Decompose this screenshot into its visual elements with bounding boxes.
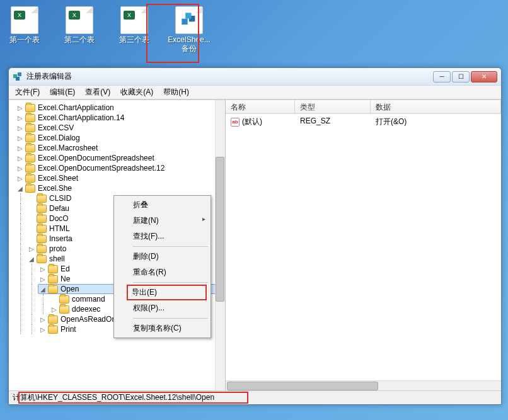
node-label: CLSID [49, 194, 71, 203]
tree-node[interactable]: ▷Excel.CSV [15, 123, 225, 133]
minimize-button[interactable]: ─ [433, 71, 451, 82]
expand-icon[interactable]: ▷ [16, 135, 24, 142]
menu-item-find[interactable]: 查找(F)... [115, 229, 209, 244]
registry-editor-window: 注册表编辑器 ─ ☐ ✕ 文件(F) 编辑(E) 查看(V) 收藏夹(A) 帮助… [8, 67, 502, 405]
menu-help[interactable]: 帮助(H) [159, 86, 193, 99]
expand-icon[interactable]: ▷ [16, 115, 24, 122]
expand-icon[interactable]: ▷ [39, 326, 47, 333]
folder-icon [25, 114, 35, 122]
menu-item-delete[interactable]: 删除(D) [115, 249, 209, 264]
node-label: HTML [49, 224, 70, 233]
desktop-icon-xls-1[interactable]: X 第一个表 [5, 6, 44, 54]
menu-item-permissions[interactable]: 权限(P)... [115, 300, 209, 316]
node-label: shell [49, 254, 65, 263]
menubar: 文件(F) 编辑(E) 查看(V) 收藏夹(A) 帮助(H) [9, 86, 501, 99]
tree-node[interactable]: ▷Excel.Sheet [15, 173, 225, 183]
icon-label: 第三个表 [119, 35, 149, 44]
folder-icon [37, 215, 47, 223]
menu-item-new[interactable]: 新建(N) [115, 213, 209, 229]
folder-icon [37, 245, 47, 253]
folder-icon [59, 295, 69, 304]
expand-icon[interactable]: ▷ [28, 246, 35, 253]
tree-scrollbar-vertical[interactable] [215, 100, 225, 390]
folder-icon [37, 225, 47, 233]
tree-node[interactable]: ▷Excel.OpenDocumentSpreadsheet [15, 153, 225, 163]
node-label: Excel.Macrosheet [38, 144, 98, 152]
menu-view[interactable]: 查看(V) [81, 86, 114, 99]
expand-icon[interactable]: ▷ [39, 316, 47, 323]
scrollbar-thumb[interactable] [216, 157, 224, 302]
svg-rect-4 [18, 72, 21, 76]
menu-separator [133, 318, 208, 319]
value-type: REG_SZ [295, 115, 371, 128]
menu-item-rename[interactable]: 重命名(R) [115, 264, 209, 280]
titlebar[interactable]: 注册表编辑器 ─ ☐ ✕ [9, 68, 501, 86]
folder-icon [25, 154, 35, 162]
node-label: Print [61, 325, 76, 334]
maximize-button[interactable]: ☐ [452, 71, 470, 82]
folder-icon [25, 104, 35, 112]
folder-icon [37, 255, 47, 263]
list-header: 名称 类型 数据 [226, 100, 501, 114]
expand-icon[interactable]: ▷ [39, 266, 47, 273]
desktop-icon-xls-2[interactable]: X 第二个表 [60, 6, 99, 54]
tree-node[interactable]: ▷Excel.OpenDocumentSpreadsheet.12 [15, 163, 225, 173]
column-header-data[interactable]: 数据 [371, 100, 501, 113]
node-label: ddeexec [72, 305, 100, 314]
expand-icon[interactable]: ▷ [50, 306, 58, 313]
folder-icon [37, 235, 47, 243]
node-label: Excel.Sheet [38, 174, 78, 183]
list-scrollbar-horizontal[interactable] [226, 380, 501, 390]
node-label: Ed [61, 264, 70, 273]
expand-icon[interactable]: ▷ [16, 105, 24, 111]
list-row[interactable]: ab(默认) REG_SZ 打开(&O) [226, 114, 501, 130]
collapse-icon[interactable]: ◢ [16, 185, 24, 192]
column-header-name[interactable]: 名称 [226, 100, 295, 113]
app-icon [13, 72, 23, 82]
node-label: DocO [49, 214, 69, 223]
collapse-icon[interactable]: ◢ [39, 286, 47, 293]
file-icon: X [120, 6, 148, 34]
scrollbar-thumb[interactable] [227, 382, 378, 390]
expand-icon[interactable]: ▷ [16, 125, 24, 132]
node-label: Inserta [49, 234, 72, 243]
value-data: 打开(&O) [371, 115, 501, 128]
column-header-type[interactable]: 类型 [295, 100, 371, 113]
menu-item-export[interactable]: 导出(E) [127, 285, 207, 300]
menu-separator [133, 246, 208, 247]
expand-icon[interactable]: ▷ [16, 175, 24, 182]
window-controls: ─ ☐ ✕ [433, 71, 497, 82]
collapse-icon[interactable]: ◢ [28, 256, 35, 263]
list-body[interactable]: ab(默认) REG_SZ 打开(&O) [226, 114, 501, 380]
expand-icon[interactable]: ▷ [16, 165, 24, 172]
expand-icon[interactable]: ▷ [16, 155, 24, 162]
folder-icon [48, 315, 58, 324]
node-label: Excel.OpenDocumentSpreadsheet [38, 154, 154, 162]
menu-item-collapse[interactable]: 折叠 [115, 197, 209, 213]
tree-node[interactable]: ▷Excel.ChartApplication.14 [15, 113, 225, 123]
context-menu: 折叠 新建(N) 查找(F)... 删除(D) 重命名(R) 导出(E) 权限(… [113, 195, 211, 338]
folder-icon [25, 164, 35, 173]
folder-icon [25, 124, 35, 132]
node-label: Excel.She [38, 184, 72, 193]
tree-node[interactable]: ▷Excel.Dialog [15, 133, 225, 143]
tree-node[interactable]: ▷Excel.Macrosheet [15, 143, 225, 153]
menu-file[interactable]: 文件(F) [11, 86, 43, 99]
folder-icon [37, 205, 47, 213]
folder-icon [48, 326, 58, 334]
reg-string-icon: ab [231, 118, 240, 127]
node-label: Excel.ChartApplication [38, 103, 114, 112]
expand-icon[interactable]: ▷ [16, 145, 24, 152]
tree-node-expanded[interactable]: ◢Excel.She [15, 183, 225, 193]
menu-item-copykeyname[interactable]: 复制项名称(C) [115, 321, 209, 336]
node-label: Defau [49, 204, 69, 213]
menu-favorites[interactable]: 收藏夹(A) [117, 86, 157, 99]
folder-icon [48, 275, 58, 283]
expand-icon[interactable]: ▷ [39, 276, 47, 283]
close-button[interactable]: ✕ [471, 71, 497, 82]
icon-label: 第二个表 [64, 35, 95, 44]
folder-icon [59, 305, 69, 314]
tree-node[interactable]: ▷Excel.ChartApplication [15, 103, 225, 113]
menu-edit[interactable]: 编辑(E) [46, 86, 79, 99]
folder-icon [25, 184, 35, 193]
